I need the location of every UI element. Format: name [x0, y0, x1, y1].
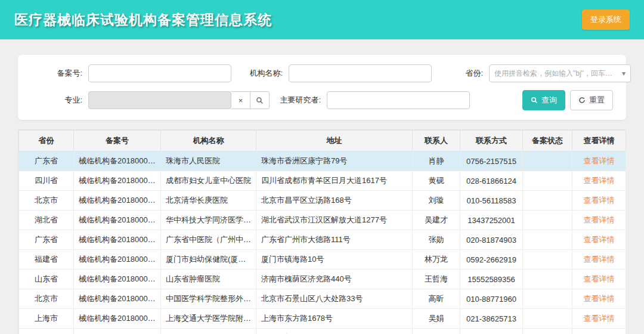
- col-status: 备案状态: [523, 131, 572, 151]
- cell-address: 珠海市香洲区康宁路79号: [256, 151, 413, 171]
- cell-province: 上海市: [19, 309, 74, 329]
- table-row[interactable]: 四川省械临机构备201800002成都市妇女儿童中心医院四川省成都市青羊区日月大…: [19, 171, 626, 191]
- cell-address: 厦门市镇海路10号: [256, 250, 413, 270]
- cell-province: 山东省: [19, 270, 74, 289]
- cell-phone: 0756-2157515: [460, 151, 523, 171]
- chevron-down-icon: ▾: [622, 69, 626, 78]
- cell-record_no: 械临机构备201800005: [74, 230, 161, 250]
- cell-address: 湖北省武汉市江汉区解放大道1277号: [256, 211, 413, 230]
- cell-status: [523, 329, 572, 334]
- specialty-label: 专业:: [31, 95, 82, 106]
- cell-detail: 查看详情: [572, 309, 626, 329]
- cell-province: 广东省: [19, 230, 74, 250]
- cell-province: 北京市: [19, 289, 74, 309]
- specialty-input: [88, 91, 231, 109]
- cell-status: [523, 270, 572, 289]
- cell-address: 四川省成都市青羊区日月大道1617号: [256, 171, 413, 191]
- cell-org: 华中科技大学同济医学院附属协和医院: [161, 211, 256, 230]
- cell-phone: 020-81874903: [460, 230, 523, 250]
- cell-address: 上海市东方路1678号: [256, 309, 413, 329]
- cell-detail: 查看详情: [572, 151, 626, 171]
- view-detail-link[interactable]: 查看详情: [584, 196, 615, 205]
- cell-province: 上海市: [19, 329, 74, 334]
- cell-detail: 查看详情: [572, 230, 626, 250]
- cell-province: 湖北省: [19, 211, 74, 230]
- main-content: 备案号: 机构名称: 省份: 使用拼音检索，例如输入"bj"，回车即选... ▾…: [0, 39, 644, 334]
- reset-button[interactable]: 重置: [570, 90, 613, 110]
- cell-phone: 021-20256051: [460, 329, 523, 334]
- cell-contact: 吴娟: [413, 309, 460, 329]
- cell-status: [523, 250, 572, 270]
- cell-status: [523, 151, 572, 171]
- view-detail-link[interactable]: 查看详情: [584, 274, 615, 283]
- filter-row-1: 备案号: 机构名称: 省份: 使用拼音检索，例如输入"bj"，回车即选... ▾: [31, 64, 613, 82]
- pi-input[interactable]: [327, 91, 470, 109]
- cell-province: 北京市: [19, 191, 74, 211]
- org-name-input[interactable]: [289, 64, 432, 82]
- view-detail-link[interactable]: 查看详情: [584, 314, 615, 323]
- pi-field: 主要研究者:: [270, 91, 470, 109]
- view-detail-link[interactable]: 查看详情: [584, 255, 615, 264]
- cell-contact: 黄砚: [413, 171, 460, 191]
- cell-record_no: 械临机构备201800006: [74, 250, 161, 270]
- table-row[interactable]: 北京市械临机构备201800003北京清华长庚医院北京市昌平区立汤路168号刘璇…: [19, 191, 626, 211]
- province-field: 省份: 使用拼音检索，例如输入"bj"，回车即选... ▾: [432, 64, 631, 82]
- col-detail: 查看详情: [572, 131, 626, 151]
- cell-record_no: 械临机构备201800008: [74, 289, 161, 309]
- col-province: 省份: [19, 131, 74, 151]
- filter-actions: 查询 重置: [470, 90, 613, 110]
- view-detail-link[interactable]: 查看详情: [584, 156, 615, 165]
- cell-phone: 010-56118583: [460, 191, 523, 211]
- cell-org: 广东省中医院（广州中医药大学第...: [161, 230, 256, 250]
- results-table-card: 省份 备案号 机构名称 地址 联系人 联系方式 备案状态 查看详情 广东省械临机…: [18, 129, 626, 334]
- col-contact: 联系人: [413, 131, 460, 151]
- cell-contact: 高昕: [413, 289, 460, 309]
- cell-detail: 查看详情: [572, 171, 626, 191]
- login-button[interactable]: 登录系统: [582, 10, 630, 30]
- cell-contact: 刘璇: [413, 191, 460, 211]
- cell-detail: 查看详情: [572, 250, 626, 270]
- cell-record_no: 械临机构备201800002: [74, 171, 161, 191]
- table-row[interactable]: 福建省械临机构备201800006厦门市妇幼保健院(厦门市林巧稚...厦门市镇海…: [19, 250, 626, 270]
- cell-contact: 王哲海: [413, 270, 460, 289]
- cell-detail: 查看详情: [572, 211, 626, 230]
- cell-record_no: 械临机构备201800009: [74, 309, 161, 329]
- search-icon[interactable]: [250, 91, 270, 109]
- specialty-field: 专业: ×: [31, 91, 270, 109]
- search-icon: [531, 97, 538, 104]
- province-select[interactable]: 使用拼音检索，例如输入"bj"，回车即选... ▾: [489, 64, 631, 82]
- view-detail-link[interactable]: 查看详情: [584, 215, 615, 224]
- org-name-field: 机构名称:: [231, 64, 432, 82]
- table-row[interactable]: 广东省械临机构备201800001珠海市人民医院珠海市香洲区康宁路79号肖静07…: [19, 151, 626, 171]
- clear-icon[interactable]: ×: [231, 91, 250, 109]
- cell-phone: 13437252001: [460, 211, 523, 230]
- search-button[interactable]: 查询: [522, 90, 565, 110]
- cell-detail: 查看详情: [572, 289, 626, 309]
- table-row[interactable]: 山东省械临机构备201800007山东省肿瘤医院济南市槐荫区济兖路440号王哲海…: [19, 270, 626, 289]
- col-phone: 联系方式: [460, 131, 523, 151]
- table-row[interactable]: 北京市械临机构备201800008中国医学科学院整形外科医院北京市石景山区八大处…: [19, 289, 626, 309]
- table-row[interactable]: 上海市械临机构备201800009上海交通大学医学院附属上海儿童...上海市东方…: [19, 309, 626, 329]
- cell-address: 北京市昌平区立汤路168号: [256, 191, 413, 211]
- table-row[interactable]: 湖北省械临机构备201800004华中科技大学同济医学院附属协和医院湖北省武汉市…: [19, 211, 626, 230]
- cell-org: 北京清华长庚医院: [161, 191, 256, 211]
- cell-org: 上海交通大学医学院附属上海儿童...: [161, 309, 256, 329]
- cell-status: [523, 191, 572, 211]
- cell-status: [523, 171, 572, 191]
- cell-record_no: 械临机构备201800001: [74, 151, 161, 171]
- view-detail-link[interactable]: 查看详情: [584, 176, 615, 185]
- cell-phone: 15552589356: [460, 270, 523, 289]
- cell-detail: 查看详情: [572, 329, 626, 334]
- cell-phone: 021-38625713: [460, 309, 523, 329]
- view-detail-link[interactable]: 查看详情: [584, 294, 615, 303]
- cell-phone: 028-61866124: [460, 171, 523, 191]
- table-row[interactable]: 上海市械临机构备201800010上海中医药大学附属曙光医院上海市普安路185号…: [19, 329, 626, 334]
- refresh-icon: [578, 97, 586, 104]
- record-no-input[interactable]: [88, 64, 231, 82]
- cell-province: 福建省: [19, 250, 74, 270]
- cell-record_no: 械临机构备201800004: [74, 211, 161, 230]
- cell-status: [523, 309, 572, 329]
- page-title: 医疗器械临床试验机构备案管理信息系统: [14, 11, 272, 29]
- view-detail-link[interactable]: 查看详情: [584, 235, 615, 244]
- table-row[interactable]: 广东省械临机构备201800005广东省中医院（广州中医药大学第...广东省广州…: [19, 230, 626, 250]
